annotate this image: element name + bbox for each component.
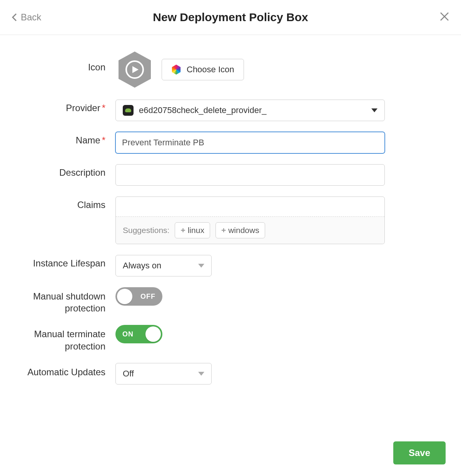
choose-icon-label: Choose Icon [187,65,234,75]
back-label: Back [21,12,41,23]
instance-lifespan-value: Always on [123,261,161,271]
claims-field-label: Claims [0,196,115,210]
plus-icon: + [180,226,185,235]
claims-box: Suggestions: + linux + windows [115,196,385,244]
auto-updates-select[interactable]: Off [115,363,212,384]
description-field-label: Description [0,164,115,178]
policy-default-icon [115,50,154,89]
back-button[interactable]: Back [12,12,41,23]
toggle-off-label: OFF [140,293,155,301]
dialog-title: New Deployment Policy Box [153,11,308,24]
chevron-down-icon [198,372,204,376]
provider-value: e6d20758check_delete_provider_ [139,105,266,115]
shutdown-protection-toggle[interactable]: OFF [115,287,162,306]
close-button[interactable] [439,12,449,23]
close-icon [439,12,449,22]
color-picker-icon [171,65,181,75]
shutdown-protection-label: Manual shutdown protection [0,287,115,314]
description-input[interactable] [115,164,385,186]
terminate-protection-label: Manual terminate protection [0,325,115,352]
toggle-on-label: ON [122,330,134,338]
suggestion-tag-windows[interactable]: + windows [215,222,265,238]
auto-updates-label: Automatic Updates [0,363,115,378]
plus-icon: + [221,226,226,235]
save-button[interactable]: Save [393,441,446,464]
choose-icon-button[interactable]: Choose Icon [162,59,244,80]
auto-updates-value: Off [123,369,134,379]
form-body: Icon Choose Icon Provider* e6d20758check… [0,35,461,384]
name-field-label: Name* [0,132,115,146]
instance-lifespan-label: Instance Lifespan [0,255,115,269]
terminate-protection-toggle[interactable]: ON [115,325,162,343]
claims-suggestions: Suggestions: + linux + windows [116,217,384,244]
chevron-left-icon [12,13,17,22]
chevron-down-icon [371,108,377,112]
name-input[interactable] [115,132,385,153]
icon-field-label: Icon [0,50,115,73]
dialog-footer: Save [393,441,446,464]
provider-select[interactable]: e6d20758check_delete_provider_ [115,100,385,121]
claims-input[interactable] [116,197,384,217]
suggestions-label: Suggestions: [123,226,169,235]
instance-lifespan-select[interactable]: Always on [115,255,212,276]
provider-field-label: Provider* [0,100,115,113]
dialog-header: Back New Deployment Policy Box [0,0,461,35]
cloud-provider-icon [123,105,134,116]
suggestion-tag-linux[interactable]: + linux [175,222,210,238]
chevron-down-icon [198,264,204,268]
